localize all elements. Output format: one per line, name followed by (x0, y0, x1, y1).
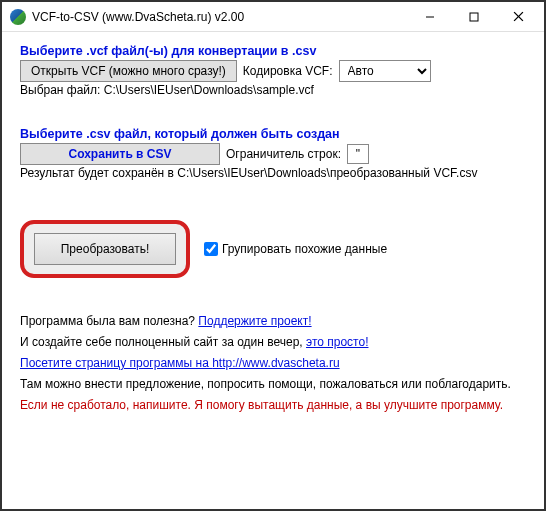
section2-heading: Выберите .csv файл, который должен быть … (20, 127, 526, 141)
content-area: Выберите .vcf файл(-ы) для конвертации в… (2, 32, 544, 414)
svg-rect-1 (470, 13, 478, 21)
visit-prefix[interactable]: Посетите страницу программы на (20, 356, 212, 370)
footer-suggestion: Там можно внести предложение, попросить … (20, 375, 526, 393)
section1-heading: Выберите .vcf файл(-ы) для конвертации в… (20, 44, 526, 58)
footer-visit: Посетите страницу программы на http://ww… (20, 354, 526, 372)
visit-link[interactable]: http://www.dvascheta.ru (212, 356, 339, 370)
window-controls (408, 3, 540, 31)
group-checkbox-row: Групировать похожие данные (204, 242, 387, 256)
selected-file-line: Выбран файл: C:\Users\IEUser\Downloads\s… (20, 83, 526, 97)
result-path-line: Результат будет сохранён в C:\Users\IEUs… (20, 166, 526, 180)
save-csv-button[interactable]: Сохранить в CSV (20, 143, 220, 165)
app-icon (10, 9, 26, 25)
support-link[interactable]: Поддержите проект! (198, 314, 311, 328)
convert-highlight: Преобразовать! (20, 220, 190, 278)
site-text: И создайте себе полноценный сайт за один… (20, 335, 306, 349)
section2-row: Сохранить в CSV Ограничитель строк: (20, 143, 526, 165)
titlebar: VCF-to-CSV (www.DvaScheta.ru) v2.00 (2, 2, 544, 32)
footer-site: И создайте себе полноценный сайт за один… (20, 333, 526, 351)
window-title: VCF-to-CSV (www.DvaScheta.ru) v2.00 (32, 10, 408, 24)
minimize-button[interactable] (408, 3, 452, 31)
convert-area: Преобразовать! Групировать похожие данны… (20, 220, 526, 278)
open-vcf-button[interactable]: Открыть VCF (можно много сразу!) (20, 60, 237, 82)
useful-text: Программа была вам полезна? (20, 314, 198, 328)
section1-row: Открыть VCF (можно много сразу!) Кодиров… (20, 60, 526, 82)
delimiter-input[interactable] (347, 144, 369, 164)
group-checkbox[interactable] (204, 242, 218, 256)
encoding-label: Кодировка VCF: (243, 64, 333, 78)
maximize-button[interactable] (452, 3, 496, 31)
footer-useful: Программа была вам полезна? Поддержите п… (20, 312, 526, 330)
site-link[interactable]: это просто! (306, 335, 368, 349)
convert-button[interactable]: Преобразовать! (34, 233, 176, 265)
close-button[interactable] (496, 3, 540, 31)
group-checkbox-label: Групировать похожие данные (222, 242, 387, 256)
encoding-select[interactable]: Авто (339, 60, 431, 82)
footer-fallback: Если не сработало, напишите. Я помогу вы… (20, 396, 526, 414)
delimiter-label: Ограничитель строк: (226, 147, 341, 161)
